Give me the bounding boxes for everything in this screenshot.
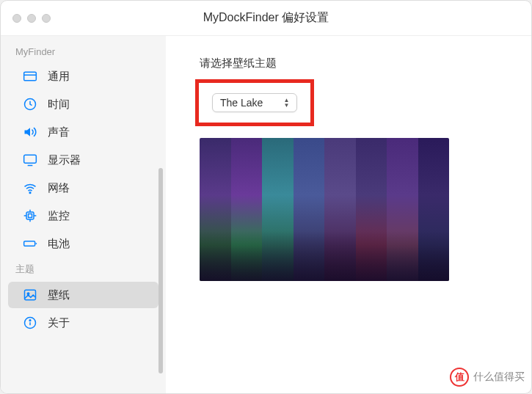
preview-stripe — [231, 138, 263, 281]
titlebar: MyDockFinder 偏好设置 — [1, 1, 531, 36]
sidebar-item-label: 网络 — [48, 181, 70, 195]
svg-rect-8 — [29, 214, 32, 218]
preview-stripe — [387, 138, 418, 281]
chip-icon — [23, 208, 37, 223]
sidebar-item-time[interactable]: 时间 — [8, 91, 158, 117]
zoom-button[interactable] — [42, 14, 51, 23]
sidebar-item-general[interactable]: 通用 — [8, 63, 158, 90]
image-icon — [23, 288, 37, 302]
wallpaper-prompt: 请选择壁纸主题 — [200, 56, 502, 70]
sidebar-item-battery[interactable]: 电池 — [8, 230, 158, 257]
sidebar: MyFinder 通用 时间 声音 显示器 网络 — [1, 36, 166, 393]
wifi-icon — [23, 180, 37, 195]
sidebar-item-label: 显示器 — [48, 153, 81, 167]
sidebar-item-label: 关于 — [48, 316, 70, 330]
updown-icon: ▲▼ — [283, 98, 289, 108]
highlight-annotation: The Lake ▲▼ — [195, 79, 314, 126]
svg-marker-3 — [25, 128, 31, 136]
svg-point-6 — [29, 192, 31, 194]
section-myfinder: MyFinder — [1, 42, 166, 62]
sidebar-item-label: 监控 — [48, 209, 70, 223]
sidebar-item-network[interactable]: 网络 — [8, 175, 158, 201]
window-body: MyFinder 通用 时间 声音 显示器 网络 — [1, 36, 531, 393]
svg-rect-13 — [24, 241, 35, 247]
clock-icon — [23, 97, 37, 112]
scrollbar-thumb[interactable] — [158, 168, 163, 373]
display-icon — [23, 153, 37, 167]
section-theme: 主题 — [1, 258, 166, 280]
sidebar-item-sound[interactable]: 声音 — [8, 119, 158, 145]
wallpaper-preview — [200, 138, 449, 281]
sidebar-item-label: 声音 — [48, 125, 70, 139]
sidebar-item-label: 壁纸 — [48, 288, 70, 302]
preview-stripe — [262, 138, 294, 281]
close-button[interactable] — [12, 14, 21, 23]
content-pane: 请选择壁纸主题 The Lake ▲▼ — [166, 36, 531, 393]
preferences-window: MyDockFinder 偏好设置 MyFinder 通用 时间 声音 显示器 — [0, 0, 532, 394]
window-title: MyDockFinder 偏好设置 — [1, 10, 531, 26]
general-icon — [23, 69, 37, 84]
svg-rect-7 — [26, 212, 34, 219]
sidebar-item-display[interactable]: 显示器 — [8, 147, 158, 173]
preview-stripe — [294, 138, 325, 281]
wallpaper-theme-select[interactable]: The Lake ▲▼ — [212, 93, 297, 112]
select-value: The Lake — [220, 97, 263, 109]
preview-stripe — [200, 138, 231, 281]
watermark: 值 什么值得买 — [450, 368, 525, 387]
traffic-lights — [1, 14, 51, 23]
svg-point-19 — [29, 320, 31, 321]
preview-stripe — [324, 138, 356, 281]
svg-rect-15 — [25, 290, 36, 299]
watermark-badge: 值 — [450, 368, 469, 387]
preview-stripe — [356, 138, 387, 281]
svg-rect-4 — [24, 155, 37, 163]
watermark-text: 什么值得买 — [473, 371, 525, 384]
preview-stripe — [418, 138, 450, 281]
sidebar-item-monitor[interactable]: 监控 — [8, 203, 158, 229]
sidebar-item-label: 时间 — [48, 98, 70, 112]
minimize-button[interactable] — [27, 14, 36, 23]
info-icon — [23, 315, 37, 330]
svg-rect-0 — [24, 72, 37, 81]
sidebar-item-label: 通用 — [48, 70, 70, 84]
sidebar-item-about[interactable]: 关于 — [8, 310, 158, 336]
battery-icon — [23, 236, 37, 251]
sidebar-item-label: 电池 — [48, 237, 70, 251]
sound-icon — [23, 125, 37, 139]
sidebar-item-wallpaper[interactable]: 壁纸 — [8, 282, 158, 308]
